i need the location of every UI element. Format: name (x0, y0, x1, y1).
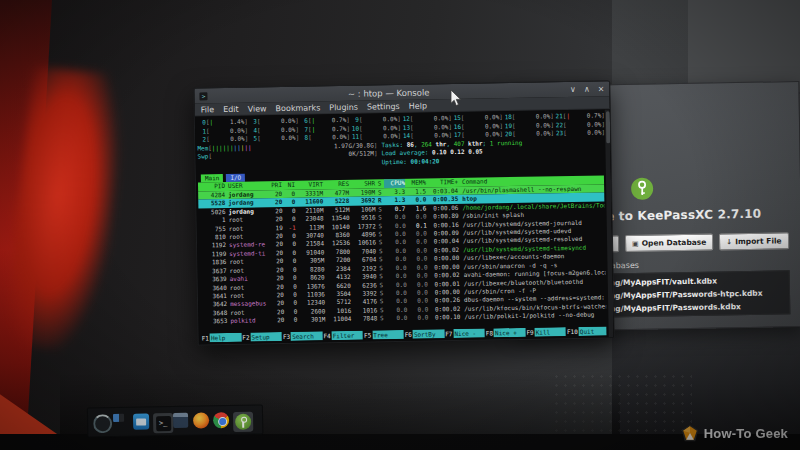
window-app-icon[interactable] (173, 413, 189, 429)
import-file-button[interactable]: ↓ Import File (719, 232, 789, 250)
htop-terminal[interactable]: 0[|1.4%] 3[0.0%] 6[|0.7%] 9[0.0%] 12[0.0… (195, 109, 614, 344)
function-key[interactable]: F9 Kill (525, 327, 566, 337)
process-table: 4284 jordang 20 0 3331M 477M 190M S 3.3 … (198, 184, 606, 326)
menu-item[interactable]: Plugins (329, 102, 358, 111)
keepassxc-logo-icon (630, 177, 654, 201)
menu-item[interactable]: Edit (223, 104, 239, 113)
button-label: Open Database (642, 238, 707, 248)
watermark-text: How-To Geek (704, 426, 788, 441)
open-database-button[interactable]: ▣ Open Database (625, 234, 714, 253)
menu-item[interactable]: Help (409, 101, 427, 110)
minimize-button[interactable]: ∨ (570, 85, 576, 94)
menu-item[interactable]: Settings (367, 101, 400, 111)
how-to-geek-logo-icon (681, 424, 699, 442)
konsole-window: > ~ : htop — Konsole ∨ ∧ × File Edit Vie… (193, 80, 614, 345)
button-label: Import File (735, 236, 782, 246)
function-key[interactable]: F8 Nice + (485, 328, 526, 338)
function-key[interactable]: F10 Quit (566, 326, 607, 336)
sort-column-cpu: CPU% (384, 179, 405, 188)
function-key[interactable]: F7 Nice - (444, 329, 485, 339)
function-key[interactable]: F4 Filter (322, 331, 363, 341)
keepassxc-tray-icon[interactable] (233, 412, 249, 428)
konsole-window-icon: > (199, 92, 207, 100)
menu-item[interactable]: File (201, 105, 215, 114)
menu-item[interactable]: View (247, 104, 266, 113)
konsole-icon[interactable]: >_ (153, 413, 169, 429)
pager-icon[interactable] (113, 414, 129, 430)
dolphin-file-manager-icon[interactable] (133, 413, 149, 429)
app-launcher-icon[interactable] (93, 414, 109, 430)
close-button[interactable]: × (598, 84, 605, 93)
menu-item[interactable]: Bookmarks (275, 103, 320, 113)
chrome-icon[interactable] (213, 412, 229, 428)
function-key[interactable]: F1 Help (201, 333, 242, 343)
button-glyph-icon: ↓ (726, 238, 732, 246)
taskbar-panel[interactable]: >_ (87, 404, 263, 437)
function-key[interactable]: F3 Search (282, 331, 323, 341)
tab-main[interactable]: Main (201, 174, 224, 183)
photo-of-desktop: Welcome to KeePassXC 2.7.10 + Create Dat… (0, 0, 800, 450)
how-to-geek-watermark: How-To Geek (681, 424, 788, 442)
function-key[interactable]: F5 Tree (363, 330, 404, 340)
button-glyph-icon: ▣ (632, 239, 639, 247)
scrollbar-thumb[interactable] (605, 111, 610, 143)
mouse-cursor (450, 90, 462, 107)
tab-io[interactable]: I/O (226, 173, 245, 182)
function-key[interactable]: F2 Setup (241, 332, 282, 342)
maximize-button[interactable]: ∧ (584, 85, 590, 94)
function-key[interactable]: F6 SortBy (404, 329, 445, 339)
firefox-icon[interactable] (193, 412, 209, 428)
function-key-bar: F1 Help F2 Setup F3 Search (201, 326, 607, 342)
